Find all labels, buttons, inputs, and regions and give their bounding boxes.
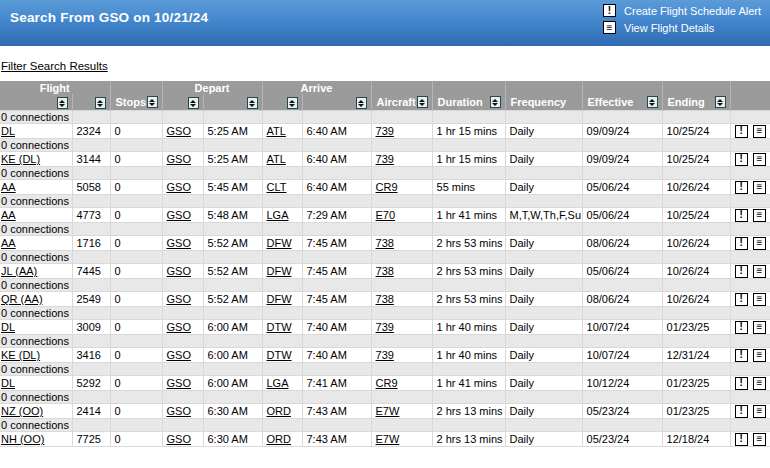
aircraft-link[interactable]: 739 — [376, 349, 394, 361]
create-flight-schedule-alert-link[interactable]: ! Create Flight Schedule Alert — [603, 4, 761, 17]
aircraft-link[interactable]: E70 — [376, 209, 396, 221]
sort-icon[interactable] — [715, 96, 726, 108]
airline-link[interactable]: JL (AA) — [1, 265, 37, 277]
depart-airport-link[interactable]: GSO — [167, 433, 191, 445]
sort-icon[interactable] — [247, 97, 258, 109]
effective-date: 05/23/24 — [582, 404, 662, 419]
aircraft-link[interactable]: E7W — [376, 405, 400, 417]
alert-icon: ! — [603, 4, 616, 17]
arrive-airport-link[interactable]: DTW — [267, 321, 292, 333]
airline-link[interactable]: KE (DL) — [1, 349, 40, 361]
depart-airport-link[interactable]: GSO — [167, 209, 191, 221]
depart-airport-link[interactable]: GSO — [167, 405, 191, 417]
page-title: Search From GSO on 10/21/24 — [10, 10, 208, 25]
row-details-icon[interactable]: ≡ — [753, 237, 766, 250]
depart-airport-link[interactable]: GSO — [167, 321, 191, 333]
arrive-airport-link[interactable]: CLT — [267, 181, 287, 193]
arrive-airport-link[interactable]: DFW — [267, 293, 292, 305]
arrive-airport-link[interactable]: LGA — [267, 377, 289, 389]
frequency-value: Daily — [505, 124, 582, 139]
connections-label: 0 connections — [0, 195, 72, 208]
aircraft-link[interactable]: 738 — [376, 293, 394, 305]
sort-icon[interactable] — [417, 96, 428, 108]
view-flight-details-link[interactable]: ≡ View Flight Details — [603, 21, 714, 34]
flight-row: JL (AA) 7445 0 GSO 5:52 AM DFW 7:45 AM 7… — [0, 264, 770, 279]
sort-icon[interactable] — [95, 97, 106, 109]
aircraft-link[interactable]: 739 — [376, 321, 394, 333]
arrive-airport-link[interactable]: ATL — [267, 153, 286, 165]
aircraft-link[interactable]: E7W — [376, 433, 400, 445]
row-details-icon[interactable]: ≡ — [753, 349, 766, 362]
airline-link[interactable]: AA — [1, 237, 16, 249]
aircraft-link[interactable]: 738 — [376, 237, 394, 249]
sort-icon[interactable] — [188, 97, 199, 109]
arrive-time: 7:45 AM — [302, 264, 371, 279]
row-details-icon[interactable]: ≡ — [753, 209, 766, 222]
aircraft-link[interactable]: CR9 — [376, 181, 398, 193]
row-details-icon[interactable]: ≡ — [753, 377, 766, 390]
stops-value: 0 — [110, 404, 162, 419]
row-alert-icon[interactable]: ! — [735, 125, 748, 138]
row-alert-icon[interactable]: ! — [735, 153, 748, 166]
arrive-airport-link[interactable]: ORD — [267, 433, 291, 445]
aircraft-link[interactable]: CR9 — [376, 377, 398, 389]
row-details-icon[interactable]: ≡ — [753, 153, 766, 166]
arrive-airport-link[interactable]: DFW — [267, 237, 292, 249]
depart-airport-link[interactable]: GSO — [167, 125, 191, 137]
depart-airport-link[interactable]: GSO — [167, 237, 191, 249]
aircraft-link[interactable]: 738 — [376, 265, 394, 277]
connections-row: 0 connections — [0, 223, 770, 236]
arrive-airport-link[interactable]: LGA — [267, 209, 289, 221]
row-details-icon[interactable]: ≡ — [753, 433, 766, 446]
row-details-icon[interactable]: ≡ — [753, 265, 766, 278]
row-details-icon[interactable]: ≡ — [753, 293, 766, 306]
arrive-airport-link[interactable]: DFW — [267, 265, 292, 277]
depart-airport-link[interactable]: GSO — [167, 293, 191, 305]
stops-value: 0 — [110, 320, 162, 335]
airline-link[interactable]: DL — [1, 377, 15, 389]
flight-number: 2549 — [72, 292, 110, 307]
sort-icon[interactable] — [356, 97, 367, 109]
row-details-icon[interactable]: ≡ — [753, 181, 766, 194]
row-details-icon[interactable]: ≡ — [753, 405, 766, 418]
row-alert-icon[interactable]: ! — [735, 405, 748, 418]
sort-icon[interactable] — [287, 97, 298, 109]
row-details-icon[interactable]: ≡ — [753, 125, 766, 138]
airline-link[interactable]: AA — [1, 209, 16, 221]
arrive-time: 7:40 AM — [302, 348, 371, 363]
airline-link[interactable]: NH (OO) — [1, 433, 44, 445]
airline-link[interactable]: NZ (OO) — [1, 405, 43, 417]
airline-link[interactable]: QR (AA) — [1, 293, 43, 305]
row-alert-icon[interactable]: ! — [735, 349, 748, 362]
depart-airport-link[interactable]: GSO — [167, 349, 191, 361]
airline-link[interactable]: DL — [1, 125, 15, 137]
arrive-airport-link[interactable]: ATL — [267, 125, 286, 137]
stops-value: 0 — [110, 180, 162, 195]
row-alert-icon[interactable]: ! — [735, 209, 748, 222]
arrive-airport-link[interactable]: DTW — [267, 349, 292, 361]
aircraft-link[interactable]: 739 — [376, 153, 394, 165]
depart-airport-link[interactable]: GSO — [167, 153, 191, 165]
depart-airport-link[interactable]: GSO — [167, 377, 191, 389]
sort-icon[interactable] — [647, 96, 658, 108]
row-alert-icon[interactable]: ! — [735, 181, 748, 194]
flight-number: 7445 — [72, 264, 110, 279]
airline-link[interactable]: AA — [1, 181, 16, 193]
row-alert-icon[interactable]: ! — [735, 237, 748, 250]
row-alert-icon[interactable]: ! — [735, 433, 748, 446]
filter-search-results-link[interactable]: Filter Search Results — [1, 60, 108, 72]
row-alert-icon[interactable]: ! — [735, 377, 748, 390]
airline-link[interactable]: KE (DL) — [1, 153, 40, 165]
depart-airport-link[interactable]: GSO — [167, 181, 191, 193]
depart-airport-link[interactable]: GSO — [167, 265, 191, 277]
sort-icon[interactable] — [57, 97, 68, 109]
row-alert-icon[interactable]: ! — [735, 265, 748, 278]
row-details-icon[interactable]: ≡ — [753, 321, 766, 334]
row-alert-icon[interactable]: ! — [735, 321, 748, 334]
row-alert-icon[interactable]: ! — [735, 293, 748, 306]
arrive-airport-link[interactable]: ORD — [267, 405, 291, 417]
aircraft-link[interactable]: 739 — [376, 125, 394, 137]
airline-link[interactable]: DL — [1, 321, 15, 333]
sort-icon[interactable] — [147, 96, 158, 108]
sort-icon[interactable] — [490, 96, 501, 108]
